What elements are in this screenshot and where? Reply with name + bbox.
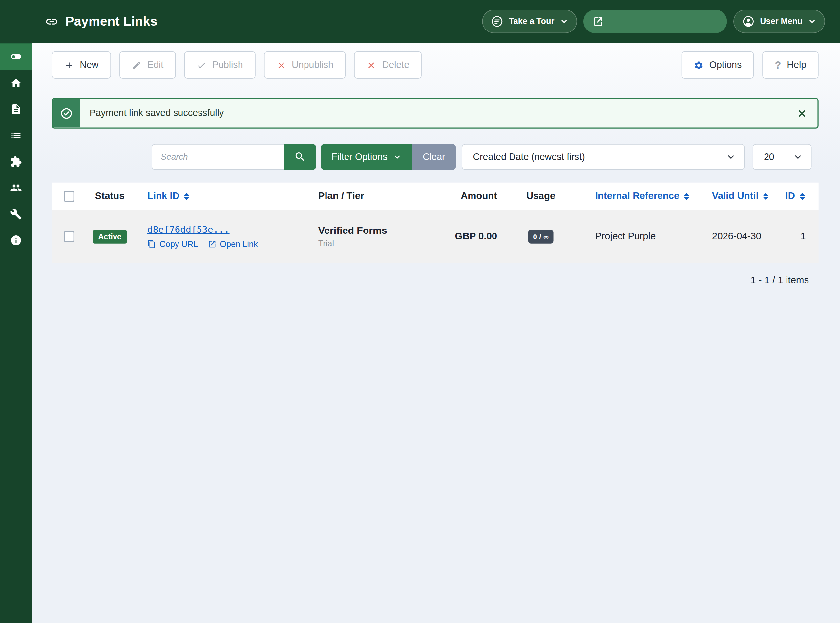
success-alert: Payment link saved successfully [52,98,818,129]
alert-icon-block [53,99,80,127]
open-link-icon [208,240,216,248]
sort-order-value: Created Date (newest first) [473,151,585,162]
sidebar-item-users[interactable] [0,175,31,201]
column-header-link-id[interactable]: Link ID [137,190,308,202]
plan-tier: Trial [318,238,451,248]
unpublish-button[interactable]: Unpublish [264,52,346,79]
sidebar-item-documents[interactable] [0,96,31,122]
page-size-value: 20 [764,151,774,162]
sidebar-item-tools[interactable] [0,201,31,227]
unpublish-button-label: Unpublish [292,59,333,71]
user-avatar-icon [742,15,755,28]
copy-url-label: Copy URL [160,239,198,249]
link-icon [45,15,58,28]
wrench-icon [10,208,22,220]
check-circle-icon [60,107,73,120]
row-actions: Copy URL Open Link [147,239,308,249]
publish-button[interactable]: Publish [185,52,255,79]
user-menu-label: User Menu [760,17,802,26]
sort-icon [762,192,769,200]
sidebar-item-toggle[interactable] [0,43,31,69]
filter-row: Filter Options Clear Created Date (newes… [52,144,818,170]
alert-close-button[interactable] [786,99,818,127]
open-link-action[interactable]: Open Link [208,239,258,249]
status-badge: Active [93,230,127,243]
home-icon [10,77,22,89]
gear-icon [694,60,703,70]
sort-order-select[interactable]: Created Date (newest first) [462,144,745,170]
sort-icon [798,192,806,200]
take-a-tour-label: Take a Tour [509,17,554,26]
toggle-icon [10,51,22,62]
alert-message: Payment link saved successfully [80,99,786,127]
list-icon [10,129,22,141]
amount-cell: GBP 0.00 [455,231,499,242]
row-checkbox[interactable] [64,231,74,242]
column-header-status: Status [95,190,125,202]
sidebar-item-list[interactable] [0,122,31,148]
main-content: New Edit Publish Unpublish [31,43,840,623]
options-button[interactable]: Options [682,52,754,79]
toolbar: New Edit Publish Unpublish [52,43,818,79]
column-header-valid-until[interactable]: Valid Until [703,190,775,202]
chevron-down-icon [393,153,401,161]
table-row: Active d8ef76ddf53e... Copy URL Open Lin… [52,210,818,263]
filter-options-label: Filter Options [332,151,388,162]
payment-links-table: Status Link ID Plan / Tier Amount Usage … [52,183,818,263]
quick-access-input[interactable] [610,9,718,33]
help-button[interactable]: ? Help [763,52,818,79]
link-id-cell: d8ef76ddf53e... Copy URL Open Link [137,224,308,249]
edit-button[interactable]: Edit [120,52,176,79]
column-header-link-id-label: Link ID [147,190,180,202]
usage-badge: 0 / ∞ [528,230,553,243]
filter-options-button[interactable]: Filter Options [321,144,412,170]
page-size-select[interactable]: 20 [753,144,812,170]
link-id-link[interactable]: d8ef76ddf53e... [147,224,230,235]
column-header-internal-reference-label: Internal Reference [595,190,679,202]
sidebar-item-info[interactable] [0,227,31,253]
status-cell: Active [93,230,127,243]
new-button[interactable]: New [52,52,111,79]
user-menu-button[interactable]: User Menu [733,9,825,33]
x-icon [366,60,376,70]
header-actions: Take a Tour User Menu [482,9,825,33]
column-header-id[interactable]: ID [785,190,818,202]
search-button[interactable] [284,144,316,170]
search-box [152,144,316,170]
plan-tier-cell: Verified Forms Trial [308,225,451,248]
column-header-internal-reference[interactable]: Internal Reference [582,190,703,202]
column-header-amount: Amount [461,190,499,202]
plan-name: Verified Forms [318,225,451,236]
copy-url-action[interactable]: Copy URL [147,239,198,249]
delete-button[interactable]: Delete [354,52,422,79]
take-a-tour-button[interactable]: Take a Tour [482,9,577,33]
chevron-down-icon [808,17,816,26]
sidebar-item-home[interactable] [0,69,31,96]
delete-button-label: Delete [382,59,409,71]
column-header-usage: Usage [526,190,555,202]
search-input[interactable] [152,144,284,170]
close-icon [797,108,808,119]
new-button-label: New [80,59,98,71]
users-icon [10,182,22,193]
sidebar [0,43,31,623]
record-actions: New Edit Publish Unpublish [52,52,422,79]
sidebar-item-integrations[interactable] [0,148,31,175]
options-button-label: Options [709,59,742,71]
row-select-cell [52,231,83,242]
select-all-checkbox[interactable] [64,191,74,202]
copy-icon [147,240,156,248]
puzzle-icon [10,155,22,167]
sort-icon [183,192,190,200]
usage-cell: 0 / ∞ [528,230,553,243]
edit-button-label: Edit [147,59,163,71]
page-header-brand: Payment Links [45,14,157,29]
id-cell: 1 [800,231,818,242]
document-icon [10,103,22,115]
help-button-label: Help [787,59,806,71]
sort-icon [683,192,690,200]
quick-launch-field[interactable] [583,9,727,33]
column-header-valid-until-label: Valid Until [712,190,758,202]
edit-icon [132,60,142,70]
clear-filters-button[interactable]: Clear [412,144,456,170]
